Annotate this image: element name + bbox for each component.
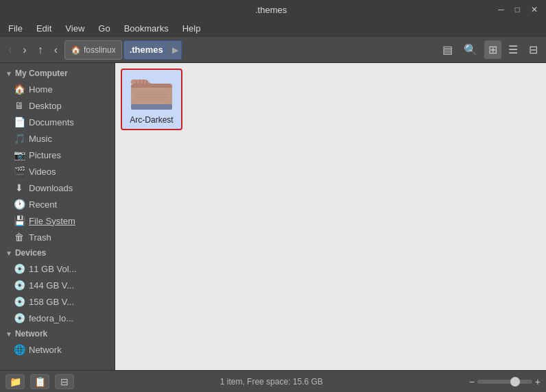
title-bar: .themes ─ □ ✕ (0, 0, 546, 19)
address-bar: 🏠 fosslinux .themes ▶ (64, 40, 436, 60)
item-icon: 🏠 (14, 84, 25, 95)
up-button[interactable]: ↑ (34, 41, 47, 59)
sidebar-item-trash[interactable]: 🗑Trash (0, 229, 115, 245)
view-details-button[interactable]: ⊟ (525, 40, 542, 59)
item-icon: 💾 (14, 215, 25, 226)
svg-rect-2 (131, 104, 172, 110)
zoom-plus-icon[interactable]: + (535, 376, 541, 387)
item-label: 158 GB V... (29, 297, 109, 307)
item-icon: 🎬 (14, 166, 25, 177)
menu-item-edit[interactable]: Edit (31, 22, 57, 35)
status-text: 1 item, Free space: 15.6 GB (80, 377, 464, 387)
item-label: Desktop (29, 101, 109, 111)
menu-item-go[interactable]: Go (93, 22, 115, 35)
item-icon: ⬇ (14, 182, 25, 193)
item-icon: 💿 (14, 296, 25, 307)
item-icon: 💿 (14, 263, 25, 274)
item-icon: 🗑 (14, 232, 25, 243)
sidebar-item-11-gb-vol[interactable]: 💿11 GB Vol... (0, 260, 115, 277)
item-label: fedora_lo... (29, 313, 109, 323)
item-icon: 💿 (14, 280, 25, 291)
addr-themes-label: .themes (124, 45, 169, 55)
menu-item-bookmarks[interactable]: Bookmarks (119, 22, 174, 35)
file-item-arc-darkest[interactable]: Arc-Darkest (121, 69, 182, 130)
sidebar-item-fedora_lo[interactable]: 💿fedora_lo... (0, 310, 115, 326)
zoom-control: − + (469, 376, 541, 387)
window-controls: ─ □ ✕ (495, 3, 541, 16)
item-icon: 💿 (14, 313, 25, 323)
addr-fosslinux-label: fosslinux (84, 45, 116, 55)
sidebar-item-home[interactable]: 🏠Home (0, 81, 115, 97)
section-label: My Computer (15, 69, 68, 78)
sidebar-item-file-system[interactable]: 💾File System (0, 212, 115, 229)
item-icon: 🌐 (14, 344, 25, 355)
addr-themes-segment[interactable]: .themes ▶ (123, 40, 182, 60)
status-btn-2[interactable]: 📋 (30, 374, 49, 389)
file-area[interactable]: Arc-Darkest (115, 63, 546, 370)
status-btn-3[interactable]: ⊟ (55, 374, 74, 389)
left-button[interactable]: ‹ (50, 41, 62, 59)
folder-icon (130, 74, 174, 112)
item-label: Trash (29, 232, 109, 243)
item-label: Documents (29, 117, 109, 127)
sidebar-item-desktop[interactable]: 🖥Desktop (0, 97, 115, 114)
sidebar-item-downloads[interactable]: ⬇Downloads (0, 180, 115, 196)
item-label: 144 GB V... (29, 280, 109, 291)
search-button[interactable]: 🔍 (460, 40, 482, 59)
item-icon: 🖥 (14, 100, 25, 111)
zoom-slider[interactable] (477, 380, 532, 384)
menu-item-file[interactable]: File (3, 22, 28, 35)
sidebar: ▼My Computer🏠Home🖥Desktop📄Documents🎵Musi… (0, 63, 115, 370)
status-btn-1[interactable]: 📁 (5, 374, 25, 389)
item-label: Downloads (29, 183, 109, 193)
folder-icon-wrapper (130, 74, 174, 112)
zoom-minus-icon[interactable]: − (469, 376, 475, 387)
close-button[interactable]: ✕ (528, 3, 541, 16)
sidebar-section-devices[interactable]: ▼Devices (0, 245, 115, 260)
panel-toggle-button[interactable]: ▤ (438, 40, 457, 59)
view-list-button[interactable]: ☰ (504, 40, 522, 59)
item-label: Network (29, 345, 109, 355)
sidebar-item-158-gb-v[interactable]: 💿158 GB V... (0, 293, 115, 310)
addr-themes-arrow[interactable]: ▶ (169, 41, 181, 59)
main-area: ▼My Computer🏠Home🖥Desktop📄Documents🎵Musi… (0, 63, 546, 370)
section-label: Devices (15, 248, 46, 258)
addr-home[interactable]: 🏠 fosslinux (65, 45, 121, 55)
home-icon: 🏠 (71, 45, 81, 55)
file-grid: Arc-Darkest (121, 69, 541, 130)
section-arrow: ▼ (5, 249, 12, 257)
menu-item-view[interactable]: View (60, 22, 90, 35)
item-icon: 📄 (14, 117, 25, 127)
menu-item-help[interactable]: Help (177, 22, 206, 35)
item-label: Pictures (29, 150, 109, 160)
maximize-button[interactable]: □ (512, 3, 523, 16)
toolbar-right: ▤ 🔍 ⊞ ☰ ⊟ (438, 40, 542, 59)
section-label: Network (15, 329, 47, 339)
sidebar-item-pictures[interactable]: 📷Pictures (0, 147, 115, 163)
minimize-button[interactable]: ─ (495, 3, 507, 16)
item-label: Music (29, 134, 109, 144)
sidebar-item-documents[interactable]: 📄Documents (0, 114, 115, 130)
section-arrow: ▼ (5, 70, 12, 77)
menu-bar: FileEditViewGoBookmarksHelp (0, 19, 546, 37)
back-button[interactable]: ‹ (4, 41, 16, 59)
item-label: Home (29, 84, 109, 95)
addr-home-segment[interactable]: 🏠 fosslinux (64, 40, 122, 60)
item-icon: 🕐 (14, 199, 25, 210)
toolbar: ‹ › ↑ ‹ 🏠 fosslinux .themes ▶ ▤ 🔍 ⊞ ☰ ⊟ (0, 37, 546, 63)
sidebar-section-my-computer[interactable]: ▼My Computer (0, 66, 115, 81)
sidebar-item-144-gb-v[interactable]: 💿144 GB V... (0, 277, 115, 293)
forward-button[interactable]: › (19, 41, 30, 59)
zoom-thumb[interactable] (510, 377, 520, 387)
item-label: Videos (29, 167, 109, 177)
sidebar-item-recent[interactable]: 🕐Recent (0, 196, 115, 212)
view-grid-button[interactable]: ⊞ (484, 40, 501, 59)
status-bar: 📁 📋 ⊟ 1 item, Free space: 15.6 GB − + (0, 370, 546, 392)
item-icon: 📷 (14, 149, 25, 160)
sidebar-section-network[interactable]: ▼Network (0, 326, 115, 341)
file-label: Arc-Darkest (130, 115, 173, 125)
sidebar-item-music[interactable]: 🎵Music (0, 130, 115, 147)
sidebar-item-network[interactable]: 🌐Network (0, 341, 115, 358)
sidebar-item-videos[interactable]: 🎬Videos (0, 163, 115, 180)
item-label: Recent (29, 199, 109, 210)
